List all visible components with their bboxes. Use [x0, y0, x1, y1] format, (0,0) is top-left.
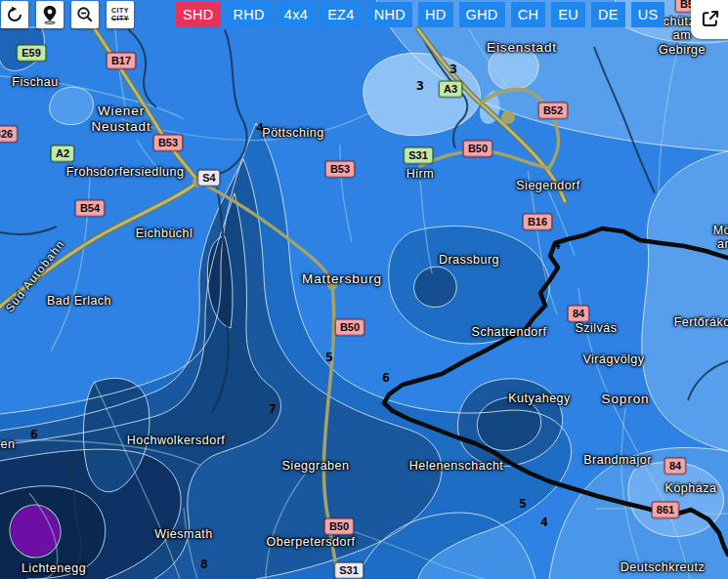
- refresh-icon: [6, 6, 23, 23]
- zoom-out-button[interactable]: [71, 1, 99, 28]
- refresh-button[interactable]: [1, 1, 28, 28]
- model-button-us[interactable]: US: [631, 2, 665, 27]
- model-button-de[interactable]: DE: [591, 2, 625, 27]
- locate-button[interactable]: [36, 1, 64, 28]
- model-button-hd[interactable]: HD: [418, 2, 453, 27]
- model-button-4x4[interactable]: 4x4: [278, 2, 315, 27]
- share-button[interactable]: [691, 0, 728, 39]
- city-labels-toggle-icon: CITY CITY: [111, 7, 129, 23]
- city-labels-toggle[interactable]: CITY CITY: [107, 1, 134, 28]
- model-selector: SHDRHD4x4EZ4NHDHDGHDCHEUDEUS: [176, 2, 664, 27]
- model-button-ez4[interactable]: EZ4: [321, 2, 362, 27]
- model-button-ch[interactable]: CH: [511, 2, 546, 27]
- zoom-out-icon: [76, 6, 94, 23]
- model-button-shd[interactable]: SHD: [176, 2, 221, 27]
- share-icon: [701, 9, 720, 28]
- toolbar: CITY CITY SHDRHD4x4EZ4NHDHDGHDCHEUDEUS: [0, 0, 728, 29]
- model-button-eu[interactable]: EU: [551, 2, 585, 27]
- model-button-ghd[interactable]: GHD: [459, 2, 505, 27]
- weather-shading-map: [0, 0, 728, 579]
- model-button-nhd[interactable]: NHD: [367, 2, 412, 27]
- weather-map-app: FischauWiener NeustadtFrohsdorfersiedlun…: [0, 0, 728, 579]
- location-icon: [41, 5, 59, 24]
- model-button-rhd[interactable]: RHD: [227, 2, 272, 27]
